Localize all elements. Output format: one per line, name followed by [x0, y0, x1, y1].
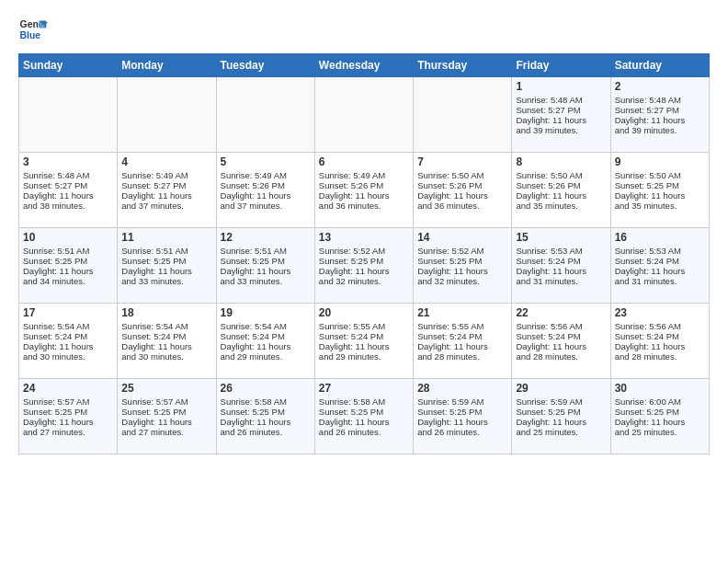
day-number: 2: [615, 80, 705, 93]
day-info-line: Sunrise: 5:58 AM: [221, 396, 311, 407]
day-info-line: Sunset: 5:24 PM: [121, 331, 211, 341]
day-cell: 19Sunrise: 5:54 AMSunset: 5:24 PMDayligh…: [216, 304, 314, 379]
day-info-line: Sunrise: 5:59 AM: [417, 396, 507, 407]
day-info-line: Sunrise: 5:51 AM: [23, 246, 113, 256]
day-cell: 11Sunrise: 5:51 AMSunset: 5:25 PMDayligh…: [118, 228, 216, 304]
day-cell: 17Sunrise: 5:54 AMSunset: 5:24 PMDayligh…: [19, 304, 118, 379]
week-row-4: 17Sunrise: 5:54 AMSunset: 5:24 PMDayligh…: [19, 304, 710, 379]
day-info-line: Sunset: 5:24 PM: [221, 331, 311, 341]
day-info-line: Sunrise: 5:57 AM: [23, 396, 113, 407]
day-info-line: Sunrise: 5:49 AM: [221, 170, 311, 180]
day-cell: [414, 77, 512, 153]
day-number: 3: [23, 155, 113, 168]
logo-icon: General Blue: [18, 15, 48, 44]
day-info-line: and 29 minutes.: [319, 351, 409, 362]
day-number: 30: [615, 382, 705, 395]
day-info-line: Sunset: 5:25 PM: [319, 256, 409, 266]
day-info-line: Sunrise: 5:48 AM: [615, 95, 705, 105]
day-cell: 6Sunrise: 5:49 AMSunset: 5:26 PMDaylight…: [314, 153, 413, 228]
day-info-line: Daylight: 11 hours: [516, 341, 606, 351]
day-number: 5: [221, 155, 311, 168]
day-number: 21: [417, 306, 507, 319]
day-info-line: Daylight: 11 hours: [319, 341, 409, 351]
day-cell: 29Sunrise: 5:59 AMSunset: 5:25 PMDayligh…: [512, 379, 610, 454]
day-info-line: Sunset: 5:27 PM: [23, 180, 113, 190]
day-info-line: Daylight: 11 hours: [516, 417, 606, 427]
day-info-line: Daylight: 11 hours: [319, 190, 409, 201]
day-info-line: Sunset: 5:25 PM: [417, 407, 507, 417]
day-number: 11: [121, 231, 211, 244]
day-cell: 5Sunrise: 5:49 AMSunset: 5:26 PMDaylight…: [216, 153, 314, 228]
day-info-line: Sunrise: 5:55 AM: [319, 321, 409, 331]
weekday-wednesday: Wednesday: [314, 54, 413, 77]
day-cell: 4Sunrise: 5:49 AMSunset: 5:27 PMDaylight…: [118, 153, 216, 228]
day-info-line: and 28 minutes.: [615, 351, 705, 362]
day-info-line: Sunset: 5:25 PM: [615, 407, 705, 417]
day-info-line: Daylight: 11 hours: [615, 417, 705, 427]
weekday-saturday: Saturday: [610, 54, 709, 77]
day-number: 23: [615, 306, 705, 319]
day-info-line: Daylight: 11 hours: [221, 190, 311, 201]
day-info-line: Daylight: 11 hours: [516, 115, 606, 125]
day-cell: 13Sunrise: 5:52 AMSunset: 5:25 PMDayligh…: [314, 228, 413, 304]
day-info-line: Sunset: 5:25 PM: [221, 256, 311, 266]
logo: General Blue: [18, 15, 48, 44]
day-info-line: and 26 minutes.: [319, 427, 409, 437]
day-cell: 16Sunrise: 5:53 AMSunset: 5:24 PMDayligh…: [610, 228, 709, 304]
day-info-line: and 28 minutes.: [417, 351, 507, 362]
day-info-line: Daylight: 11 hours: [23, 266, 113, 276]
week-row-5: 24Sunrise: 5:57 AMSunset: 5:25 PMDayligh…: [19, 379, 710, 454]
day-info-line: Sunrise: 5:53 AM: [516, 246, 606, 256]
day-cell: 30Sunrise: 6:00 AMSunset: 5:25 PMDayligh…: [610, 379, 709, 454]
day-info-line: Sunrise: 5:50 AM: [417, 170, 507, 180]
day-info-line: and 30 minutes.: [121, 351, 211, 362]
day-info-line: Daylight: 11 hours: [417, 417, 507, 427]
day-info-line: Daylight: 11 hours: [121, 417, 211, 427]
day-info-line: Sunrise: 5:54 AM: [121, 321, 211, 331]
day-number: 22: [516, 306, 606, 319]
day-info-line: and 38 minutes.: [23, 201, 113, 211]
day-info-line: Daylight: 11 hours: [221, 341, 311, 351]
day-info-line: Sunset: 5:24 PM: [23, 331, 113, 341]
day-info-line: Daylight: 11 hours: [615, 115, 705, 125]
day-info-line: Daylight: 11 hours: [516, 190, 606, 201]
day-cell: 2Sunrise: 5:48 AMSunset: 5:27 PMDaylight…: [610, 77, 709, 153]
day-info-line: and 26 minutes.: [221, 427, 311, 437]
day-cell: 8Sunrise: 5:50 AMSunset: 5:26 PMDaylight…: [512, 153, 610, 228]
header: General Blue: [18, 15, 710, 44]
day-info-line: Daylight: 11 hours: [121, 190, 211, 201]
day-info-line: Daylight: 11 hours: [319, 266, 409, 276]
weekday-header-row: SundayMondayTuesdayWednesdayThursdayFrid…: [19, 54, 710, 77]
day-info-line: Sunset: 5:25 PM: [221, 407, 311, 417]
day-cell: 15Sunrise: 5:53 AMSunset: 5:24 PMDayligh…: [512, 228, 610, 304]
day-cell: 25Sunrise: 5:57 AMSunset: 5:25 PMDayligh…: [118, 379, 216, 454]
day-cell: 18Sunrise: 5:54 AMSunset: 5:24 PMDayligh…: [118, 304, 216, 379]
day-info-line: Sunset: 5:26 PM: [319, 180, 409, 190]
day-info-line: Sunset: 5:26 PM: [417, 180, 507, 190]
day-info-line: Sunset: 5:25 PM: [615, 180, 705, 190]
day-info-line: Sunrise: 5:51 AM: [121, 246, 211, 256]
day-number: 1: [516, 80, 606, 93]
day-info-line: Sunset: 5:26 PM: [516, 180, 606, 190]
day-cell: 14Sunrise: 5:52 AMSunset: 5:25 PMDayligh…: [414, 228, 512, 304]
day-info-line: Sunset: 5:25 PM: [23, 407, 113, 417]
day-info-line: Sunset: 5:26 PM: [221, 180, 311, 190]
day-number: 17: [23, 306, 113, 319]
day-info-line: Daylight: 11 hours: [417, 190, 507, 201]
weekday-thursday: Thursday: [414, 54, 512, 77]
day-number: 7: [417, 155, 507, 168]
weekday-friday: Friday: [512, 54, 610, 77]
weekday-tuesday: Tuesday: [216, 54, 314, 77]
day-info-line: Sunrise: 5:56 AM: [615, 321, 705, 331]
day-info-line: Daylight: 11 hours: [23, 341, 113, 351]
day-info-line: Sunrise: 5:54 AM: [23, 321, 113, 331]
day-info-line: Sunrise: 5:58 AM: [319, 396, 409, 407]
day-info-line: and 28 minutes.: [516, 351, 606, 362]
day-info-line: Sunrise: 5:49 AM: [121, 170, 211, 180]
week-row-2: 3Sunrise: 5:48 AMSunset: 5:27 PMDaylight…: [19, 153, 710, 228]
day-number: 10: [23, 231, 113, 244]
day-number: 27: [319, 382, 409, 395]
day-info-line: and 25 minutes.: [516, 427, 606, 437]
day-info-line: and 30 minutes.: [23, 351, 113, 362]
day-info-line: Sunrise: 5:56 AM: [516, 321, 606, 331]
